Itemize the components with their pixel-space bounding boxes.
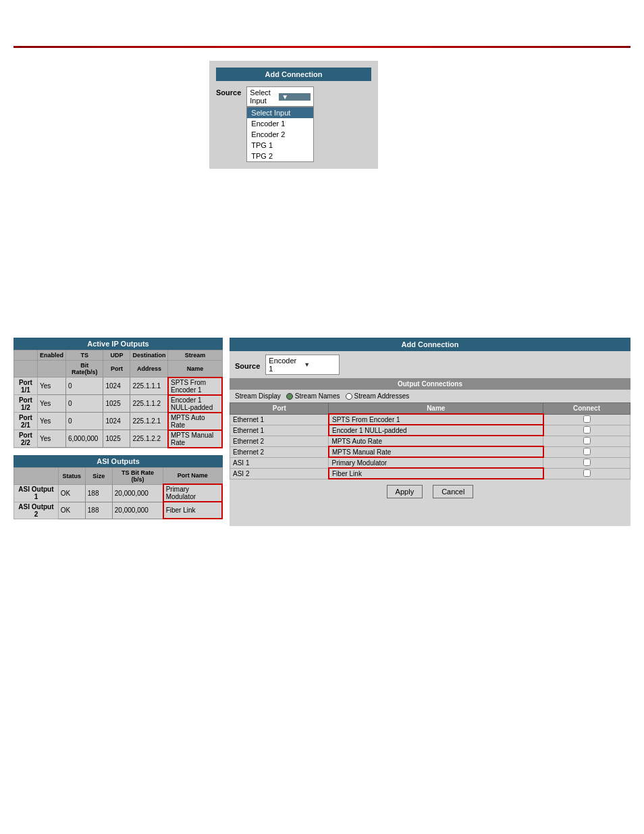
col-stream: Stream: [168, 350, 222, 361]
ip-row-3: Port 2/1 Yes 0 1024 225.1.2.1 MPTS Auto …: [14, 413, 223, 430]
address-2-2: 225.1.2.2: [130, 430, 168, 448]
asi-col-portname: Port Name: [163, 467, 222, 484]
address-2-1: 225.1.2.1: [130, 413, 168, 430]
right-add-connection-title: Add Connection: [230, 338, 630, 351]
active-ip-outputs-container: Active IP Outputs Enabled TS UDP Destina…: [14, 338, 223, 448]
output-row-2: Ethernet 1 Encoder 1 NULL-padded: [230, 425, 630, 436]
output-port-3: Ethernet 2: [230, 436, 329, 446]
apply-button[interactable]: Apply: [387, 485, 423, 498]
output-name-3: MPTS Auto Rate: [329, 436, 543, 446]
cancel-button[interactable]: Cancel: [433, 485, 473, 498]
right-panel: Add Connection Source Encoder 1 ▼ Output…: [230, 338, 630, 526]
output-port-2: Ethernet 1: [230, 425, 329, 436]
output-col-port: Port: [230, 403, 329, 415]
asi-status-1: OK: [58, 484, 85, 502]
asi-portname-2: Fiber Link: [163, 502, 222, 519]
left-panel: Active IP Outputs Enabled TS UDP Destina…: [14, 338, 223, 526]
enabled-2-1: Yes: [37, 413, 65, 430]
output-port-1: Ethernet 1: [230, 414, 329, 425]
output-connections-table: Port Name Connect Ethernet 1 SPTS From E…: [230, 402, 630, 479]
output-row-4: Ethernet 2 MPTS Manual Rate: [230, 446, 630, 457]
output-connect-checkbox-2[interactable]: [583, 426, 591, 434]
asi-outputs-container: ASI Outputs Status Size TS Bit Rate (b/s…: [14, 455, 223, 520]
port-label-1-1: Port 1/1: [14, 377, 38, 395]
col-ts: TS: [65, 350, 103, 361]
asi-status-2: OK: [58, 502, 85, 519]
stream-addresses-radio-dot: [346, 393, 352, 400]
top-decorative-line: [14, 46, 630, 48]
asi-col-size: Size: [85, 467, 112, 484]
stream-names-radio-dot: [286, 393, 293, 400]
col-name: Name: [168, 361, 222, 377]
output-connect-3[interactable]: [543, 436, 630, 446]
asi-row-1: ASI Output 1 OK 188 20,000,000 Primary M…: [14, 484, 223, 502]
right-source-row: Source Encoder 1 ▼: [230, 351, 630, 378]
ts-2-1: 0: [65, 413, 103, 430]
col-udp: UDP: [103, 350, 130, 361]
udp-2-2: 1025: [103, 430, 130, 448]
udp-1-1: 1024: [103, 377, 130, 395]
output-name-1: SPTS From Encoder 1: [329, 414, 543, 425]
asi-outputs-table: Status Size TS Bit Rate (b/s) Port Name …: [14, 467, 223, 520]
dropdown-item-tpg2[interactable]: TPG 2: [247, 151, 313, 161]
dropdown-arrow-icon: ▼: [279, 93, 311, 101]
stream-names-radio[interactable]: Stream Names: [286, 392, 340, 400]
col-bitrate: Bit Rate(b/s): [65, 361, 103, 377]
asi-label-2: ASI Output 2: [14, 502, 59, 519]
output-port-4: Ethernet 2: [230, 446, 329, 457]
dropdown-item-encoder1[interactable]: Encoder 1: [247, 118, 313, 129]
port-label-1-2: Port 1/2: [14, 395, 38, 413]
output-connect-checkbox-6[interactable]: [583, 469, 591, 477]
asi-outputs-header: ASI Outputs: [14, 455, 223, 467]
output-connect-checkbox-3[interactable]: [583, 437, 591, 444]
output-row-5: ASI 1 Primary Modulator: [230, 457, 630, 468]
output-connections-header: Output Connections: [230, 378, 630, 390]
output-connect-checkbox-4[interactable]: [583, 448, 591, 455]
main-section: Active IP Outputs Enabled TS UDP Destina…: [14, 338, 630, 526]
port-label-2-2: Port 2/2: [14, 430, 38, 448]
address-1-1: 225.1.1.1: [130, 377, 168, 395]
dropdown-item-tpg1[interactable]: TPG 1: [247, 140, 313, 151]
active-ip-outputs-table: Enabled TS UDP Destination Stream Bit Ra…: [14, 350, 223, 448]
output-row-6: ASI 2 Fiber Link: [230, 468, 630, 479]
ip-row-2: Port 1/2 Yes 0 1025 225.1.1.2 Encoder 1 …: [14, 395, 223, 413]
dropdown-item-select-input[interactable]: Select Input: [247, 107, 313, 118]
enabled-1-2: Yes: [37, 395, 65, 413]
asi-col-tsbitrate: TS Bit Rate (b/s): [112, 467, 163, 484]
udp-1-2: 1025: [103, 395, 130, 413]
output-connect-6[interactable]: [543, 468, 630, 479]
output-col-connect: Connect: [543, 403, 630, 415]
col-address: Address: [130, 361, 168, 377]
asi-portname-1: Primary Modulator: [163, 484, 222, 502]
output-name-2: Encoder 1 NULL-padded: [329, 425, 543, 436]
source-dropdown-list: Select Input Encoder 1 Encoder 2 TPG 1 T…: [246, 107, 314, 162]
output-row-1: Ethernet 1 SPTS From Encoder 1: [230, 414, 630, 425]
stream-addresses-radio[interactable]: Stream Addresses: [346, 392, 410, 400]
asi-col-empty: [14, 467, 59, 484]
output-connect-5[interactable]: [543, 457, 630, 468]
asi-row-2: ASI Output 2 OK 188 20,000,000 Fiber Lin…: [14, 502, 223, 519]
stream-2-2: MPTS Manual Rate: [168, 430, 222, 448]
add-connection-title: Add Connection: [216, 68, 371, 81]
ip-row-1: Port 1/1 Yes 0 1024 225.1.1.1 SPTS From …: [14, 377, 223, 395]
stream-1-2: Encoder 1 NULL-padded: [168, 395, 222, 413]
source-select-value: Select Input: [250, 88, 276, 105]
output-connect-1[interactable]: [543, 414, 630, 425]
output-col-name: Name: [329, 403, 543, 415]
output-connect-checkbox-5[interactable]: [583, 459, 591, 466]
encoder-select-dropdown[interactable]: Encoder 1 ▼: [265, 355, 340, 375]
ts-1-1: 0: [65, 377, 103, 395]
source-select-button[interactable]: Select Input ▼: [246, 86, 314, 107]
output-name-4: MPTS Manual Rate: [329, 446, 543, 457]
output-connect-2[interactable]: [543, 425, 630, 436]
right-source-label: Source: [235, 360, 260, 370]
stream-addresses-label: Stream Addresses: [354, 392, 410, 400]
output-name-5: Primary Modulator: [329, 457, 543, 468]
col-sub-empty: [14, 361, 38, 377]
output-connect-4[interactable]: [543, 446, 630, 457]
dropdown-item-encoder2[interactable]: Encoder 2: [247, 129, 313, 140]
stream-2-1: MPTS Auto Rate: [168, 413, 222, 430]
output-connect-checkbox-1[interactable]: [583, 415, 591, 423]
stream-display-row: Stream Display Stream Names Stream Addre…: [230, 390, 630, 402]
apply-cancel-row: Apply Cancel: [230, 479, 630, 504]
